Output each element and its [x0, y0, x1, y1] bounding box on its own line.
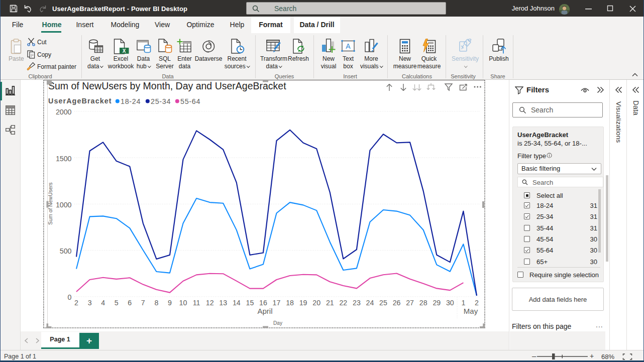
svg-text:A: A: [346, 42, 351, 50]
svg-text:X: X: [122, 48, 126, 54]
